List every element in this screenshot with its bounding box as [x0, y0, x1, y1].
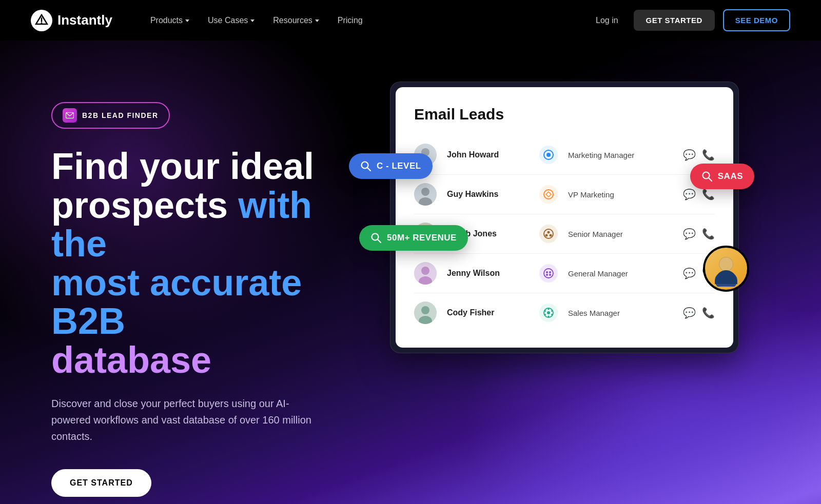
phone-icon: 📞: [702, 188, 715, 200]
chat-icon: 💬: [683, 307, 696, 319]
svg-line-9: [378, 239, 381, 243]
svg-point-36: [549, 274, 551, 276]
svg-point-17: [546, 153, 551, 157]
svg-point-35: [546, 274, 548, 276]
navbar: Instantly Products Use Cases Resources P…: [0, 0, 821, 41]
b2b-badge: B2B LEAD FINDER: [51, 102, 170, 129]
chat-icon: 💬: [683, 188, 696, 200]
lead-name: John Howard: [447, 150, 529, 159]
leads-card-title: Email Leads: [414, 106, 715, 123]
svg-point-43: [551, 310, 553, 312]
hero-right: C - LEVEL SAAS 50M+ REVENUE: [349, 71, 780, 353]
lead-actions: 💬 📞: [683, 307, 715, 319]
lead-role: Senior Manager: [568, 230, 673, 238]
c-level-badge: C - LEVEL: [349, 153, 433, 179]
chat-icon: 💬: [683, 228, 696, 240]
nav-actions: Log in GET STARTED SEE DEMO: [589, 9, 790, 31]
hero-title: Find your ideal prospects with the most …: [51, 147, 349, 380]
nav-links: Products Use Cases Resources Pricing: [143, 12, 589, 29]
leads-card: Email Leads John Howard: [390, 82, 739, 353]
hero-section: B2B LEAD FINDER Find your ideal prospect…: [0, 41, 821, 504]
logo-icon: [31, 10, 52, 31]
svg-point-34: [549, 271, 551, 273]
svg-point-21: [544, 190, 553, 199]
lead-actions: 💬 📞: [683, 228, 715, 240]
chat-icon: 💬: [683, 267, 696, 279]
login-button[interactable]: Log in: [589, 12, 625, 29]
email-icon: [63, 108, 77, 123]
role-icon: [539, 304, 558, 322]
leads-card-wrapper: C - LEVEL SAAS 50M+ REVENUE: [390, 82, 739, 353]
lead-name: Cody Fisher: [447, 308, 529, 317]
svg-point-12: [719, 257, 733, 271]
nav-link-resources[interactable]: Resources: [266, 12, 326, 29]
svg-point-32: [544, 269, 553, 278]
saas-badge: SAAS: [690, 164, 754, 189]
nav-link-products[interactable]: Products: [143, 12, 197, 29]
role-icon: [539, 185, 558, 204]
list-item: Cody Fisher: [414, 293, 715, 332]
nav-link-use-cases[interactable]: Use Cases: [201, 12, 262, 29]
svg-line-7: [709, 178, 712, 181]
chevron-down-icon: [250, 19, 255, 22]
lead-actions: 💬 📞: [683, 188, 715, 200]
float-avatar: [703, 246, 749, 292]
svg-point-45: [548, 316, 550, 317]
svg-point-26: [548, 231, 550, 234]
list-item: John Howard Marketing Manager 💬 📞: [414, 135, 715, 175]
phone-icon: 📞: [702, 228, 715, 240]
svg-point-30: [421, 267, 429, 275]
svg-point-27: [545, 234, 548, 237]
svg-point-44: [551, 314, 553, 315]
svg-point-46: [544, 314, 546, 315]
role-icon: [539, 225, 558, 243]
leads-card-inner: Email Leads John Howard: [396, 87, 733, 348]
hero-subtitle: Discover and close your perfect buyers u…: [51, 395, 318, 445]
logo-text: Instantly: [57, 12, 112, 28]
svg-point-42: [548, 309, 550, 310]
see-demo-button[interactable]: SEE DEMO: [723, 9, 790, 31]
svg-point-2: [41, 22, 43, 24]
phone-icon: 📞: [702, 307, 715, 319]
hero-cta-button[interactable]: GET STARTED: [51, 469, 151, 497]
chevron-down-icon: [185, 19, 189, 22]
role-icon: [539, 264, 558, 283]
lead-name: Jenny Wilson: [447, 269, 529, 278]
lead-name: Guy Hawkins: [447, 190, 529, 199]
get-started-nav-button[interactable]: GET STARTED: [634, 10, 715, 31]
logo[interactable]: Instantly: [31, 10, 112, 31]
avatar: [414, 301, 437, 324]
svg-line-5: [367, 168, 370, 171]
revenue-badge: 50M+ REVENUE: [359, 225, 468, 251]
list-item: Guy Hawkins VP Marketing 💬 📞: [414, 175, 715, 214]
badge-label: B2B LEAD FINDER: [82, 111, 159, 119]
lead-role: Marketing Manager: [568, 151, 673, 159]
phone-icon: 📞: [702, 149, 715, 161]
svg-point-33: [546, 271, 548, 273]
lead-role: General Manager: [568, 269, 673, 278]
chat-icon: 💬: [683, 149, 696, 161]
lead-role: Sales Manager: [568, 309, 673, 317]
hero-left: B2B LEAD FINDER Find your ideal prospect…: [51, 71, 349, 497]
lead-actions: 💬 📞: [683, 149, 715, 161]
chevron-down-icon: [315, 19, 319, 22]
svg-point-25: [544, 229, 553, 238]
lead-role: VP Marketing: [568, 190, 673, 199]
svg-point-19: [421, 188, 429, 196]
avatar: [414, 262, 437, 285]
svg-point-38: [421, 306, 429, 314]
svg-point-41: [547, 311, 550, 314]
list-item: Jenny Wilson General Manage: [414, 254, 715, 293]
svg-point-28: [550, 234, 552, 237]
avatar: [414, 183, 437, 206]
role-icon: [539, 146, 558, 164]
svg-point-47: [544, 310, 546, 312]
nav-link-pricing[interactable]: Pricing: [330, 12, 370, 29]
